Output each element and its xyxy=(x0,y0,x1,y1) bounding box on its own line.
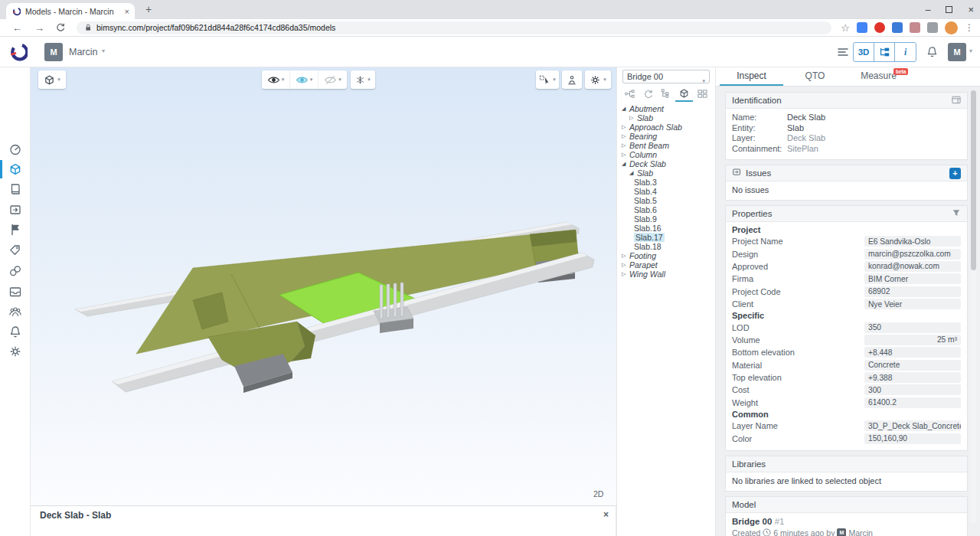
identification-panel-icon[interactable] xyxy=(952,96,961,106)
tree-tab-systems-icon[interactable] xyxy=(639,86,658,102)
viewport-3d[interactable]: ▾ ▾ ▾ ▾ ▾ ▾ xyxy=(31,67,616,505)
pier-column[interactable] xyxy=(394,283,397,317)
window-minimize-icon[interactable]: – xyxy=(926,5,931,15)
sidebar-labels-icon[interactable] xyxy=(8,243,22,257)
header-notifications-icon[interactable] xyxy=(926,45,939,61)
tree-expanded-icon[interactable]: ◢ xyxy=(622,161,629,167)
tree-collapsed-icon[interactable]: ▷ xyxy=(622,124,629,130)
tree-item-slab-9[interactable]: Slab.9 xyxy=(617,214,715,224)
forward-icon[interactable]: → xyxy=(34,22,44,34)
workspace-avatar[interactable]: M xyxy=(44,43,63,61)
tree-item-bent-beam[interactable]: ▷Bent Beam xyxy=(617,141,715,150)
window-close-icon[interactable]: × xyxy=(968,4,974,15)
viewport-settings-button[interactable]: ▾ xyxy=(585,70,611,89)
workspace-name[interactable]: Marcin xyxy=(69,47,98,57)
property-value[interactable]: konrad@nowak.com xyxy=(864,261,961,272)
tree-tab-grid-icon[interactable] xyxy=(693,86,711,102)
property-value[interactable]: +9.388 xyxy=(864,372,961,383)
new-tab-button[interactable]: + xyxy=(142,4,155,16)
freeze-button[interactable]: ▾ xyxy=(351,70,375,89)
tree-item-slab-18[interactable]: Slab.18 xyxy=(617,242,715,251)
sidebar-library-icon[interactable] xyxy=(8,182,22,196)
show-all-button[interactable]: ▾ xyxy=(262,70,290,89)
browser-profile-avatar[interactable] xyxy=(945,21,958,34)
tree-item-abutment[interactable]: ◢Abutment xyxy=(617,104,715,113)
property-value[interactable]: Concrete xyxy=(864,360,961,371)
tree-item-slab-16[interactable]: Slab.16 xyxy=(617,224,715,233)
back-icon[interactable]: ← xyxy=(12,22,22,34)
property-value[interactable]: 68902 xyxy=(864,286,961,297)
tree-collapsed-icon[interactable]: ▷ xyxy=(622,142,629,149)
creator-name[interactable]: Marcin xyxy=(848,528,873,536)
property-value[interactable]: BIM Corner xyxy=(864,273,961,284)
property-value[interactable]: 300 xyxy=(864,384,961,395)
model-selector-button[interactable]: ▾ xyxy=(38,70,66,89)
property-value[interactable]: 61400.2 xyxy=(864,397,961,408)
sidebar-notifications-icon[interactable] xyxy=(8,325,22,338)
browser-tab[interactable]: Models - Marcin - Marcin × xyxy=(6,3,135,19)
pier-column[interactable] xyxy=(387,284,390,318)
hide-selected-button[interactable]: ▾ xyxy=(318,70,347,89)
property-value[interactable]: 25 m³ xyxy=(864,335,961,345)
extension-pink-icon[interactable] xyxy=(910,22,920,33)
mode-2d-label[interactable]: 2D xyxy=(593,489,603,498)
tree-collapsed-icon[interactable]: ▷ xyxy=(629,115,637,121)
bookmark-star-icon[interactable]: ☆ xyxy=(841,22,850,34)
property-value[interactable]: 3D_P_Deck Slab_Concrete xyxy=(864,420,961,431)
tree-collapsed-icon[interactable]: ▷ xyxy=(622,152,629,158)
panel-scrollbar-thumb[interactable] xyxy=(971,90,976,270)
view-list-icon[interactable] xyxy=(836,45,850,62)
extension-gray-icon[interactable] xyxy=(927,22,938,33)
extension-translate-icon[interactable] xyxy=(857,22,867,33)
sidebar-dashboard-icon[interactable] xyxy=(8,142,22,156)
view-3d-button[interactable]: 3D xyxy=(854,43,874,61)
bridge-3d-scene[interactable] xyxy=(31,67,616,505)
sidebar-models-icon[interactable] xyxy=(8,162,22,176)
view-tree-button[interactable] xyxy=(874,43,895,61)
window-maximize-icon[interactable] xyxy=(946,6,952,13)
tree-item-deck-slab[interactable]: ◢Deck Slab xyxy=(617,159,715,168)
tree-item-column[interactable]: ▷Column xyxy=(617,150,715,159)
panel-scrollbar[interactable] xyxy=(971,90,976,523)
browser-menu-icon[interactable]: ⋮ xyxy=(965,22,974,33)
tree-expanded-icon[interactable]: ◢ xyxy=(629,170,637,176)
status-close-icon[interactable]: × xyxy=(603,509,609,520)
tree-item-bearing[interactable]: ▷Bearing xyxy=(617,132,715,141)
pier-column[interactable] xyxy=(400,283,403,316)
refresh-icon[interactable] xyxy=(55,22,66,33)
sidebar-members-icon[interactable] xyxy=(8,305,22,319)
user-avatar[interactable]: M xyxy=(948,43,966,61)
tab-qto[interactable]: QTO xyxy=(783,67,847,86)
address-bar[interactable]: bimsync.com/project/faf09b621dd844a28f6c… xyxy=(77,21,831,34)
extension-red-icon[interactable] xyxy=(874,22,885,33)
tab-close-icon[interactable]: × xyxy=(125,7,129,16)
bimsync-logo[interactable] xyxy=(8,42,28,65)
add-issue-button[interactable]: + xyxy=(949,168,961,179)
tree-collapsed-icon[interactable]: ▷ xyxy=(622,262,629,268)
tree-item-wing-wall[interactable]: ▷Wing Wall xyxy=(617,270,715,279)
pier-column[interactable] xyxy=(380,285,383,319)
select-tool-button[interactable]: ▾ xyxy=(536,70,559,89)
property-value[interactable]: 150,160,90 xyxy=(864,433,961,444)
tree-item-parapet[interactable]: ▷Parapet xyxy=(617,260,715,270)
property-value[interactable]: +8.448 xyxy=(864,347,961,358)
tree-tab-types-icon[interactable] xyxy=(675,86,694,102)
sidebar-relations-icon[interactable] xyxy=(8,264,22,278)
tree-item-approach-slab[interactable]: ▷Approach Slab xyxy=(617,123,715,132)
tree-item-slab[interactable]: ◢Slab xyxy=(617,168,715,178)
tree-item-slab-6[interactable]: Slab.6 xyxy=(617,205,715,214)
tree-item-slab-17[interactable]: Slab.17 xyxy=(617,233,715,242)
extension-blue-icon[interactable] xyxy=(892,22,903,33)
tree-collapsed-icon[interactable]: ▷ xyxy=(622,271,629,277)
properties-filter-icon[interactable] xyxy=(952,208,961,219)
property-value[interactable]: 350 xyxy=(864,322,961,333)
workspace-caret-icon[interactable]: ▾ xyxy=(102,47,105,54)
view-info-button[interactable]: i xyxy=(895,43,916,61)
sidebar-revisions-icon[interactable] xyxy=(8,203,22,217)
walk-mode-button[interactable] xyxy=(562,70,582,89)
tree-expanded-icon[interactable]: ◢ xyxy=(622,106,629,112)
tree-item-footing[interactable]: ▷Footing xyxy=(617,251,715,260)
tab-inspect[interactable]: Inspect xyxy=(720,67,783,86)
tree-tab-hierarchy-icon[interactable] xyxy=(657,86,675,102)
model-name[interactable]: Bridge 00 xyxy=(732,517,772,526)
